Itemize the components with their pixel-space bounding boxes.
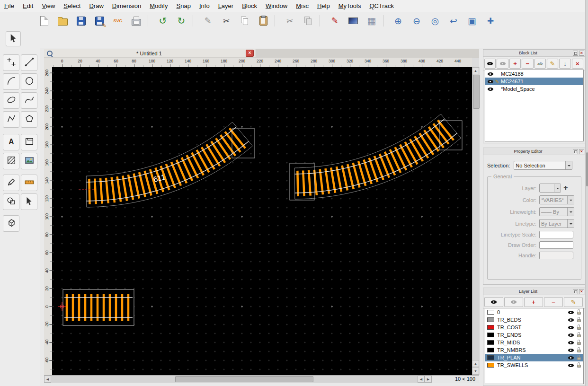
- close-panel-icon[interactable]: ×: [579, 289, 584, 294]
- menu-edit[interactable]: Edit: [18, 0, 37, 12]
- edge-scroll-thumb[interactable]: [586, 152, 588, 186]
- redo-button[interactable]: ↻: [174, 14, 188, 28]
- add-layer-inline-icon[interactable]: ✚: [563, 185, 568, 191]
- measure-tool-button[interactable]: [21, 175, 37, 191]
- arc-tool-button[interactable]: [3, 73, 19, 90]
- point-tool-button[interactable]: [3, 54, 19, 71]
- show-all-blocks-button[interactable]: [484, 59, 496, 69]
- layer-lock-icon[interactable]: [577, 340, 581, 345]
- h-scroll-track[interactable]: [51, 376, 418, 383]
- zoom-window-button[interactable]: ▣: [465, 14, 479, 28]
- zoom-in-button[interactable]: ⊕: [391, 14, 405, 28]
- block-visibility-icon[interactable]: [487, 71, 493, 77]
- scroll-left-alt-button[interactable]: ◀: [418, 376, 425, 383]
- remove-layer-button[interactable]: −: [544, 297, 563, 307]
- layer-lock-icon[interactable]: [577, 325, 581, 330]
- polyline-tool-button[interactable]: [3, 111, 19, 128]
- paste-button[interactable]: [256, 14, 270, 28]
- menu-modify[interactable]: Modify: [145, 0, 172, 12]
- menu-select[interactable]: Select: [59, 0, 85, 12]
- document-tab[interactable]: * Untitled 1 ×: [44, 49, 256, 57]
- print-preview-button[interactable]: [129, 14, 143, 28]
- shape-tool-button[interactable]: [3, 193, 19, 210]
- add-block-button[interactable]: +: [509, 59, 521, 69]
- svg-export-button[interactable]: SVG: [111, 14, 125, 28]
- layer-row[interactable]: TR_SWELLS: [485, 361, 583, 369]
- layer-row[interactable]: TR_COST: [485, 324, 583, 331]
- scroll-up-button[interactable]: ▲: [472, 67, 479, 74]
- h-scroll-thumb[interactable]: [175, 376, 313, 382]
- linetype-scale-input[interactable]: [539, 231, 573, 238]
- layer-lock-icon[interactable]: [577, 362, 581, 368]
- layer-lock-icon[interactable]: [577, 347, 581, 353]
- layer-row[interactable]: TR_BEDS: [485, 316, 583, 324]
- undo-button[interactable]: ↺: [156, 14, 170, 28]
- layer-visibility-icon[interactable]: [568, 325, 574, 331]
- open-file-button[interactable]: [55, 14, 70, 28]
- menu-draw[interactable]: Draw: [85, 0, 107, 12]
- layer-row[interactable]: TR_ENDS: [485, 331, 583, 339]
- canvas-vertical-scrollbar[interactable]: ▲ ▲ ▼: [472, 67, 480, 375]
- edit-pen-button[interactable]: ✎: [201, 14, 215, 28]
- menu-help[interactable]: Help: [313, 0, 334, 12]
- layer-visibility-icon[interactable]: [568, 309, 574, 316]
- close-panel-icon[interactable]: ×: [579, 51, 584, 56]
- layer-lock-icon[interactable]: [577, 309, 581, 315]
- handle-input[interactable]: [539, 252, 573, 259]
- new-file-button[interactable]: [37, 14, 51, 28]
- polygon-tool-button[interactable]: [21, 111, 37, 128]
- snap-pointer-tool-button[interactable]: [21, 193, 37, 210]
- rename-block-button[interactable]: alb: [535, 59, 546, 69]
- line-tool-button[interactable]: [21, 54, 37, 71]
- pan-zoom-button[interactable]: ✚: [483, 14, 498, 28]
- layer-visibility-icon[interactable]: [568, 332, 574, 338]
- menu-mytools[interactable]: MyTools: [334, 0, 365, 12]
- block-row[interactable]: MC24188: [485, 70, 583, 78]
- linetype-combo[interactable]: By Layer: [539, 219, 574, 228]
- add-layer-button[interactable]: +: [524, 297, 543, 307]
- curved-track-block[interactable]: [294, 114, 461, 199]
- hatch-tool-button[interactable]: [3, 153, 19, 169]
- undock-panel-icon[interactable]: [573, 289, 578, 294]
- menu-block[interactable]: Block: [238, 0, 261, 12]
- layer-visibility-icon[interactable]: [568, 347, 574, 353]
- tab-close-button[interactable]: ×: [246, 50, 254, 57]
- block-visibility-icon[interactable]: [487, 79, 493, 85]
- delete-block-button[interactable]: ×: [572, 59, 583, 69]
- text-tool-button[interactable]: A: [3, 134, 19, 150]
- menu-snap[interactable]: Snap: [172, 0, 195, 12]
- insert-block-button[interactable]: ↓: [559, 59, 570, 69]
- viewport-tool-button[interactable]: [21, 134, 37, 150]
- draw-order-input[interactable]: [539, 241, 573, 249]
- hide-all-layers-button[interactable]: [504, 297, 523, 307]
- layer-lock-icon[interactable]: [577, 317, 581, 323]
- grid-toggle-button[interactable]: ▦: [365, 14, 379, 28]
- layer-row[interactable]: TR_PLAN: [485, 354, 583, 361]
- menu-layer[interactable]: Layer: [214, 0, 238, 12]
- auto-zoom-button[interactable]: ◎: [428, 14, 442, 28]
- curved-track-block[interactable]: 611: [86, 122, 252, 207]
- zoom-out-button[interactable]: ⊖: [410, 14, 424, 28]
- cut-button[interactable]: ✂: [219, 14, 233, 28]
- window-edge-scrollbar[interactable]: [585, 0, 588, 386]
- remove-block-button[interactable]: −: [522, 59, 533, 69]
- show-all-layers-button[interactable]: [484, 297, 503, 307]
- canvas-horizontal-scrollbar[interactable]: ◀ ◀ ▶ 10 < 100: [44, 375, 479, 383]
- zoom-previous-button[interactable]: ↩: [446, 14, 461, 28]
- lineweight-combo[interactable]: —— By: [539, 207, 574, 216]
- hide-all-blocks-button[interactable]: [497, 59, 508, 69]
- menu-file[interactable]: File: [0, 0, 18, 12]
- edit-block-button[interactable]: ✎: [547, 59, 558, 69]
- box3d-tool-button[interactable]: [3, 215, 19, 232]
- selection-arrow-button[interactable]: [6, 31, 21, 46]
- circle-tool-button[interactable]: [21, 73, 37, 90]
- menu-view[interactable]: View: [37, 0, 59, 12]
- spline-tool-button[interactable]: [21, 92, 37, 109]
- layer-combo[interactable]: [539, 184, 561, 193]
- layer-row[interactable]: TR_NMBRS: [485, 346, 583, 354]
- edit-layer-button[interactable]: ✎: [564, 297, 583, 307]
- menu-dimension[interactable]: Dimension: [108, 0, 145, 12]
- save-button[interactable]: [74, 14, 88, 28]
- copy-alt-button[interactable]: [301, 14, 315, 28]
- menu-window[interactable]: Window: [261, 0, 292, 12]
